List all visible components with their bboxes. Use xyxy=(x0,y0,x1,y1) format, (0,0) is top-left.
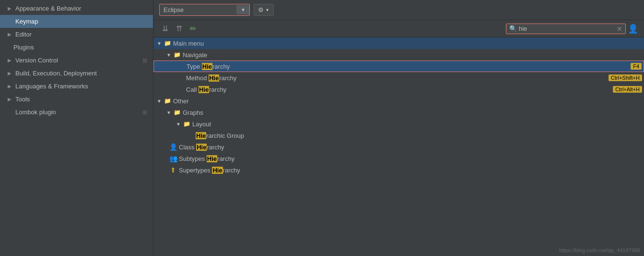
toolbar-row: ⇊ ⇈ ✏ 🔍 ✕ 👤 xyxy=(153,20,644,37)
sidebar-item-label: Editor xyxy=(15,31,32,38)
sidebar-item-label: Keymap xyxy=(15,18,38,25)
expand-icon: ▼ xyxy=(155,98,163,104)
arrow-icon xyxy=(8,84,12,89)
keymap-dropdown-container: Eclipse Default Mac OS X Visual Studio ▼ xyxy=(159,4,250,16)
arrow-icon xyxy=(8,58,12,63)
folder-icon: 📁 xyxy=(173,51,181,58)
sidebar-item-lombok[interactable]: Lombok plugin ⊞ xyxy=(0,106,153,119)
expand-all-button[interactable]: ⇊ xyxy=(159,23,171,34)
search-clear-button[interactable]: ✕ xyxy=(617,25,622,33)
gear-button[interactable]: ⚙ ▼ xyxy=(254,4,274,16)
main-panel: Keymap Eclipse Default Mac OS X Visual S… xyxy=(153,0,644,256)
tree-row[interactable]: ⬆ Supertypes Hierarchy xyxy=(153,164,644,176)
tree-row[interactable]: Hierarchic Group xyxy=(153,130,644,141)
tree-item-label: Type Hierarchy xyxy=(187,63,631,70)
shortcut-badge: F4 xyxy=(631,63,642,70)
shortcut-badge: Ctrl+Shift+H xyxy=(609,74,642,81)
edit-shortcut-button[interactable]: ✏ xyxy=(187,23,199,34)
keymap-dropdown[interactable]: Eclipse Default Mac OS X Visual Studio xyxy=(160,4,236,15)
search-box: 🔍 ✕ xyxy=(506,24,626,34)
expand-icon: ▼ xyxy=(165,110,173,115)
arrow-icon xyxy=(8,32,12,37)
tree-row[interactable]: 👥 Subtypes Hierarchy xyxy=(153,153,644,164)
sidebar-item-label: Lombok plugin xyxy=(15,109,56,116)
arrow-icon xyxy=(8,6,12,11)
expand-icon: ▼ xyxy=(155,41,163,46)
person-icon: 👤 xyxy=(169,143,177,151)
vcs-icon: ⊞ xyxy=(142,57,147,64)
search-input[interactable] xyxy=(519,25,615,32)
settings-sidebar: Appearance & Behavior Keymap Editor Plug… xyxy=(0,0,153,256)
tree-item-label: Graphs xyxy=(183,109,644,116)
folder-icon: 📁 xyxy=(182,121,191,127)
supertypes-icon: ⬆ xyxy=(169,166,177,174)
sidebar-item-label: Version Control xyxy=(15,57,58,64)
sidebar-item-label: Tools xyxy=(15,96,30,103)
expand-all-icon: ⇊ xyxy=(162,24,168,33)
sidebar-item-label: Appearance & Behavior xyxy=(15,5,81,12)
gear-dropdown-icon: ▼ xyxy=(265,8,269,12)
arrow-icon xyxy=(8,71,12,76)
tree-item-label: Class Hierarchy xyxy=(179,144,644,151)
tree-row[interactable]: ▼ 📁 Navigate xyxy=(153,49,644,61)
lombok-icon: ⊞ xyxy=(142,109,147,116)
tree-item-label: Layout xyxy=(192,121,644,128)
subtypes-icon: 👥 xyxy=(169,155,177,162)
tree-item-label: Main menu xyxy=(173,40,644,47)
tree-area: ▼ 📁 Main menu ▼ 📁 Navigate Type Hierarch… xyxy=(153,37,644,256)
folder-icon: 📁 xyxy=(163,98,172,104)
sidebar-item-appearance[interactable]: Appearance & Behavior xyxy=(0,2,153,15)
tree-row[interactable]: ▼ 📁 Layout xyxy=(153,118,644,130)
tree-item-label: Call Hierarchy xyxy=(186,86,613,93)
sidebar-item-languages[interactable]: Languages & Frameworks xyxy=(0,80,153,93)
tree-item-label: Subtypes Hierarchy xyxy=(179,155,644,162)
tree-row[interactable]: 👤 Class Hierarchy xyxy=(153,141,644,153)
highlight: Hie xyxy=(209,74,219,82)
sidebar-item-version-control[interactable]: Version Control ⊞ xyxy=(0,54,153,67)
collapse-all-button[interactable]: ⇈ xyxy=(173,23,185,34)
tree-row[interactable]: Type Hierarchy F4 xyxy=(153,61,644,72)
folder-icon: 📁 xyxy=(163,40,172,47)
sidebar-item-label: Plugins xyxy=(13,44,34,51)
collapse-all-icon: ⇈ xyxy=(176,24,182,33)
sidebar-item-label: Build, Execution, Deployment xyxy=(15,70,97,77)
tree-row[interactable]: ▼ 📁 Graphs xyxy=(153,107,644,118)
dropdown-arrow-button[interactable]: ▼ xyxy=(236,5,249,14)
tree-item-label: Navigate xyxy=(183,51,644,59)
tree-item-label: Supertypes Hierarchy xyxy=(179,167,644,174)
highlight: Hie xyxy=(207,155,217,162)
tree-row[interactable]: ▼ 📁 Main menu xyxy=(153,37,644,49)
tree-item-label: Hierarchic Group xyxy=(196,132,644,139)
highlight: Hie xyxy=(199,86,209,93)
sidebar-item-plugins[interactable]: Plugins xyxy=(0,41,153,54)
highlight: Hie xyxy=(212,167,222,174)
highlight: Hie xyxy=(196,144,207,151)
tree-item-label: Other xyxy=(173,98,644,105)
tree-row[interactable]: Method Hierarchy Ctrl+Shift+H xyxy=(153,72,644,84)
watermark: https://blog.csdn.net/qq_44197986 xyxy=(559,247,640,253)
sidebar-item-label: Languages & Frameworks xyxy=(15,83,88,90)
search-icon: 🔍 xyxy=(509,25,517,32)
folder-icon: 📁 xyxy=(173,109,181,116)
sidebar-item-build[interactable]: Build, Execution, Deployment xyxy=(0,67,153,80)
expand-icon: ▼ xyxy=(165,52,173,58)
user-filter-button[interactable]: 👤 xyxy=(628,24,638,34)
tree-row[interactable]: ▼ 📁 Other xyxy=(153,95,644,107)
user-icon: 👤 xyxy=(628,24,638,34)
sidebar-item-editor[interactable]: Editor xyxy=(0,28,153,41)
sidebar-item-tools[interactable]: Tools xyxy=(0,93,153,106)
gear-icon: ⚙ xyxy=(258,6,264,13)
expand-icon: ▼ xyxy=(175,122,182,127)
keymap-header: Keymap Eclipse Default Mac OS X Visual S… xyxy=(153,0,644,20)
highlight: Hie xyxy=(202,63,212,70)
arrow-icon xyxy=(8,97,12,102)
shortcut-badge: Ctrl+Alt+H xyxy=(613,86,642,93)
highlight: Hie xyxy=(196,132,206,139)
tree-row[interactable]: Call Hierarchy Ctrl+Alt+H xyxy=(153,84,644,95)
tree-item-label: Method Hierarchy xyxy=(186,74,609,82)
search-area: 🔍 ✕ 👤 xyxy=(506,24,638,34)
sidebar-item-keymap[interactable]: Keymap xyxy=(0,15,153,28)
edit-icon: ✏ xyxy=(190,24,196,33)
